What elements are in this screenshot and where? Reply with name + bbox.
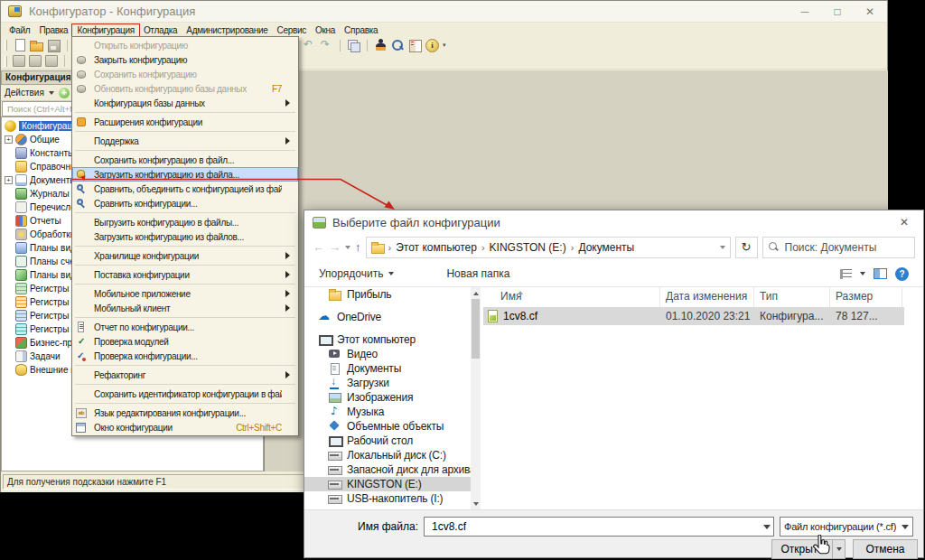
- info-icon[interactable]: [425, 39, 439, 51]
- breadcrumb[interactable]: ›Этот компьютер›KINGSTON (E:)›Документы: [366, 237, 731, 258]
- nav-item[interactable]: Загрузки: [304, 376, 471, 390]
- cancel-button[interactable]: Отмена: [853, 539, 918, 559]
- organize-button[interactable]: Упорядочить: [319, 267, 383, 280]
- nav-item[interactable]: Рабочий стол: [304, 434, 471, 448]
- actions-menu[interactable]: Действия: [5, 88, 44, 98]
- copy-icon[interactable]: [347, 39, 360, 51]
- search-help-icon[interactable]: [391, 39, 405, 51]
- dialog-close-icon[interactable]: ✕: [893, 216, 915, 229]
- menu-item[interactable]: Хранилище конфигурации: [72, 248, 298, 263]
- chevron-down-icon[interactable]: [763, 525, 771, 533]
- nav-item[interactable]: Видео: [304, 347, 471, 361]
- close-icon[interactable]: ✕: [860, 5, 880, 18]
- configurator-user-icon[interactable]: [374, 39, 388, 51]
- menu-item[interactable]: Закрыть конфигурацию: [72, 52, 298, 67]
- new-folder-button[interactable]: Новая папка: [446, 267, 509, 280]
- add-icon[interactable]: +: [59, 88, 70, 98]
- nav-item[interactable]: Документы: [304, 361, 471, 376]
- scroll-down-icon[interactable]: [471, 499, 481, 509]
- nav-item[interactable]: Прибыль: [304, 287, 471, 302]
- expand-icon[interactable]: +: [5, 176, 13, 184]
- scroll-up-icon[interactable]: [471, 287, 481, 297]
- new-file-icon[interactable]: [13, 39, 26, 51]
- open-config-icon[interactable]: [13, 55, 25, 67]
- syntax-help-icon[interactable]: [408, 39, 422, 51]
- filename-combobox[interactable]: [424, 517, 774, 537]
- menu-item[interactable]: Выгрузить конфигурацию в файлы...: [72, 215, 298, 229]
- column-header[interactable]: Дата изменения: [660, 287, 754, 307]
- menubar-item[interactable]: Справка: [340, 24, 382, 36]
- minimize-icon[interactable]: ─: [795, 5, 815, 18]
- maximize-icon[interactable]: □: [827, 5, 847, 18]
- menubar-item[interactable]: Правка: [34, 24, 72, 36]
- menubar-item[interactable]: Файл: [5, 24, 34, 36]
- menu-item[interactable]: Отчет по конфигурации...: [72, 320, 298, 334]
- menubar-item[interactable]: Отладка: [139, 24, 182, 36]
- menu-item[interactable]: Сравнить конфигурации...: [72, 196, 298, 210]
- breadcrumb-dropdown-icon[interactable]: [720, 246, 725, 252]
- menu-item[interactable]: Мобильное приложение: [72, 286, 298, 301]
- toolbar-grip[interactable]: [5, 40, 7, 51]
- menu-item[interactable]: Обновить конфигурацию базы данныхF7: [72, 81, 298, 96]
- menu-item[interactable]: Загрузить конфигурацию из файлов...: [72, 229, 298, 244]
- search-box[interactable]: [762, 237, 916, 258]
- menu-item[interactable]: Сравнить, объединить с конфигурацией из …: [72, 182, 298, 196]
- column-header[interactable]: Размер: [830, 287, 902, 307]
- menu-item[interactable]: Сохранить конфигурацию: [72, 67, 298, 81]
- menubar-item[interactable]: Администрирование: [182, 24, 272, 36]
- refresh-icon[interactable]: ↻: [735, 237, 758, 258]
- breadcrumb-segment[interactable]: Документы: [578, 241, 634, 254]
- nav-item[interactable]: OneDrive: [304, 310, 471, 324]
- expand-icon[interactable]: +: [5, 135, 13, 144]
- title-bar[interactable]: Конфигуратор - Конфигурация ─ □ ✕: [1, 1, 887, 23]
- menubar-item[interactable]: Сервис: [273, 24, 311, 36]
- breadcrumb-segment[interactable]: Этот компьютер: [396, 241, 477, 254]
- nav-item[interactable]: KINGSTON (E:): [304, 477, 471, 491]
- menu-item[interactable]: Поддержка: [72, 134, 298, 148]
- breadcrumb-segment[interactable]: KINGSTON (E:): [490, 241, 566, 254]
- nav-item[interactable]: Изображения: [304, 390, 471, 405]
- menu-item[interactable]: Окно конфигурацииCtrl+Shift+C: [72, 420, 298, 434]
- menu-item[interactable]: Загрузить конфигурацию из файла...: [72, 167, 298, 182]
- preview-pane-icon[interactable]: [874, 268, 887, 279]
- scrollbar-thumb[interactable]: [472, 299, 480, 359]
- column-header[interactable]: Имя: [481, 287, 660, 307]
- menubar-item[interactable]: Окна: [311, 24, 340, 36]
- menu-item[interactable]: Открыть конфигурацию: [72, 38, 298, 52]
- menubar-item[interactable]: Конфигурация: [72, 24, 139, 36]
- nav-item[interactable]: Музыка: [304, 405, 471, 419]
- nav-item[interactable]: USB-накопитель (I:): [304, 491, 471, 506]
- search-input[interactable]: [783, 240, 910, 255]
- save-config-icon[interactable]: [29, 55, 42, 67]
- menu-item[interactable]: Сохранить конфигурацию в файл...: [72, 153, 298, 167]
- nav-item[interactable]: Локальный диск (C:): [304, 448, 471, 462]
- open-dropdown-icon[interactable]: [833, 545, 845, 554]
- menu-item[interactable]: Мобильный клиент: [72, 301, 298, 315]
- menu-item[interactable]: Рефакторинг: [72, 368, 298, 382]
- db-config-icon[interactable]: [45, 55, 58, 67]
- column-header[interactable]: Тип: [754, 287, 830, 307]
- dialog-title-bar[interactable]: Выберите файл конфигурации ✕: [304, 210, 923, 234]
- menu-item[interactable]: Расширения конфигурации: [72, 115, 298, 129]
- nav-scrollbar[interactable]: [471, 287, 481, 509]
- up-icon[interactable]: ↑: [355, 241, 361, 253]
- menu-item[interactable]: Поставка конфигурации: [72, 267, 298, 282]
- menu-item[interactable]: Проверка модулей: [72, 334, 298, 349]
- menu-item[interactable]: Язык редактирования конфигурации...: [72, 406, 298, 420]
- menu-item[interactable]: Сохранить идентификатор конфигурации в ф…: [72, 387, 298, 401]
- history-dropdown-icon[interactable]: [345, 246, 350, 252]
- toolbar-overflow-icon[interactable]: ▾: [443, 42, 449, 49]
- nav-item[interactable]: Этот компьютер: [304, 332, 471, 347]
- menu-item[interactable]: Проверка конфигурации...: [72, 349, 298, 363]
- file-row[interactable]: 1cv8.cf01.10.2020 23:21Конфигура...78 12…: [483, 307, 904, 325]
- open-button[interactable]: Открыть: [771, 539, 846, 559]
- help-icon[interactable]: ?: [895, 267, 909, 281]
- nav-item[interactable]: Объемные объекты: [304, 419, 471, 434]
- forward-icon[interactable]: →: [329, 241, 341, 253]
- toolbar-grip[interactable]: [5, 56, 7, 67]
- filename-input[interactable]: [430, 519, 763, 534]
- menu-item[interactable]: Конфигурация базы данных: [72, 96, 298, 110]
- open-file-icon[interactable]: [30, 39, 43, 51]
- back-icon[interactable]: ←: [313, 241, 324, 253]
- nav-item[interactable]: Запасной диск для архива: [304, 462, 471, 477]
